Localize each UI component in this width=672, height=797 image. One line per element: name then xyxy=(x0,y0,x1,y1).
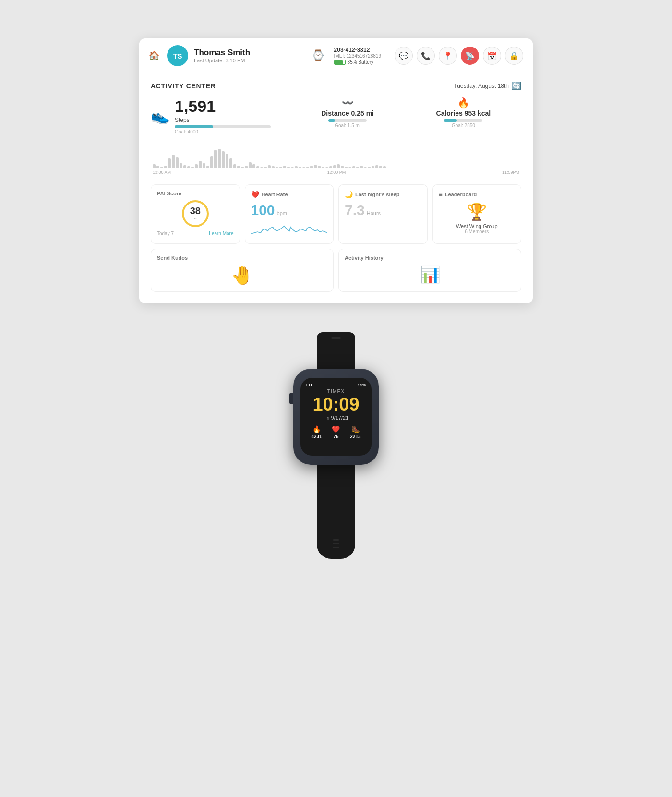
send-kudos-widget[interactable]: Send Kudos 🤚 xyxy=(151,249,334,292)
heart-rate-widget[interactable]: ❤️ Heart Rate 100 bpm xyxy=(245,184,334,244)
watch-steps: 2213 xyxy=(350,434,360,439)
hr-title: ❤️ Heart Rate xyxy=(251,191,328,198)
lb-group: West Wing Group xyxy=(439,223,516,229)
widgets-grid: PAI Score 38 ~ Today 7 Learn More ❤️ Hea… xyxy=(139,180,533,244)
chart-bar xyxy=(295,166,298,168)
watch-stat-steps: 🥾 2213 xyxy=(350,425,360,439)
calories-value: Calories 953 kcal xyxy=(406,109,521,117)
leaderboard-widget[interactable]: ≡ Leaderboard 🏆 West Wing Group 6 Member… xyxy=(432,184,522,244)
pai-title: PAI Score xyxy=(157,191,234,196)
chart-bar xyxy=(156,166,159,168)
refresh-icon[interactable]: 🔄 xyxy=(512,81,521,90)
chart-bar xyxy=(318,166,321,168)
chart-bar xyxy=(287,167,290,168)
pai-value: 38 xyxy=(190,205,201,217)
watch-stat-calories: 🔥 4231 xyxy=(311,425,322,439)
chart-bar xyxy=(245,166,248,168)
pai-footer: Today 7 Learn More xyxy=(157,231,234,236)
watch-time: 10:09 xyxy=(306,395,366,413)
steps-progress: Goal: 4000 xyxy=(175,125,271,134)
chart-bar xyxy=(372,166,374,168)
steps-label: Steps xyxy=(175,117,271,123)
hr-chart xyxy=(251,220,328,238)
chart-bar xyxy=(329,166,332,168)
device-imei: IMEI: 1234516728819 xyxy=(334,53,381,59)
chart-bar xyxy=(214,150,217,168)
watch-container: LTE 99% TIMEX 10:09 Fri 9/17/21 🔥 4231 ❤… xyxy=(286,332,386,559)
activity-history-widget[interactable]: Activity History 📊 xyxy=(338,249,521,292)
chart-bar xyxy=(218,149,221,168)
chart-bar xyxy=(325,167,328,168)
calories-metric: 🔥 Calories 953 kcal Goal: 2850 xyxy=(406,97,521,128)
chart-bar xyxy=(337,164,340,168)
activity-section: ACTIVITY CENTER Tuesday, August 18th 🔄 👟… xyxy=(139,73,533,178)
watch-outer: LTE 99% TIMEX 10:09 Fri 9/17/21 🔥 4231 ❤… xyxy=(286,332,386,559)
chart-bar xyxy=(283,166,286,168)
chart-bar xyxy=(356,167,359,168)
chart-bar xyxy=(352,166,355,168)
chart-bar xyxy=(379,166,382,168)
chart-bar xyxy=(341,166,344,168)
chart-bar xyxy=(183,165,186,168)
watch-body: LTE 99% TIMEX 10:09 Fri 9/17/21 🔥 4231 ❤… xyxy=(293,369,379,465)
chart-bar xyxy=(306,167,309,168)
boot-icon: 🥾 xyxy=(351,425,360,433)
chart-bar xyxy=(348,167,351,168)
chart-bar xyxy=(322,167,324,168)
dashboard-card: 🏠 TS Thomas Smith Last Update: 3:10 PM ⌚… xyxy=(139,38,533,303)
battery-text: 85% Battery xyxy=(348,60,373,65)
chart-bar xyxy=(195,164,198,168)
device-phone: 203-412-3312 xyxy=(334,47,381,53)
chart-bar xyxy=(291,167,294,168)
chart-bar xyxy=(279,167,282,168)
call-button[interactable]: 📞 xyxy=(417,47,435,65)
chart-bar xyxy=(164,166,167,168)
watch-lte: LTE xyxy=(306,383,313,387)
chart-bar xyxy=(383,166,386,168)
signal-button[interactable]: 📡 xyxy=(461,47,479,65)
chart-bar xyxy=(160,167,163,168)
calendar-button[interactable]: 📅 xyxy=(483,47,501,65)
watch-date: Fri 9/17/21 xyxy=(306,415,366,421)
distance-icon: 〰️ xyxy=(290,97,406,109)
home-icon[interactable]: 🏠 xyxy=(149,50,159,61)
bottom-widgets: Send Kudos 🤚 Activity History 📊 xyxy=(139,244,533,292)
lock-button[interactable]: 🔒 xyxy=(505,47,523,65)
chart-bar xyxy=(241,167,244,168)
chart-bar xyxy=(272,166,275,168)
chart-bar xyxy=(368,167,371,168)
history-chart-icon: 📊 xyxy=(345,265,515,284)
sleep-title: 🌙 Last night's sleep xyxy=(345,191,421,198)
location-button[interactable]: 📍 xyxy=(439,47,457,65)
chart-bar xyxy=(375,165,378,168)
chart-bar xyxy=(252,164,255,168)
user-info: Thomas Smith Last Update: 3:10 PM xyxy=(194,48,306,63)
chart-bar xyxy=(172,155,175,168)
message-button[interactable]: 💬 xyxy=(395,47,413,65)
lb-members: 6 Members xyxy=(439,229,516,234)
watch-heart-rate: 76 xyxy=(333,434,338,439)
pai-circle-wrap: 38 ~ Today 7 Learn More xyxy=(157,200,234,236)
fire-icon: 🔥 xyxy=(312,425,321,433)
user-name: Thomas Smith xyxy=(194,48,306,58)
sleep-widget[interactable]: 🌙 Last night's sleep 7.3 Hours xyxy=(338,184,428,244)
chart-bar xyxy=(264,167,267,168)
pai-learn-more[interactable]: Learn More xyxy=(209,231,233,236)
watch-icon: ⌚ xyxy=(312,49,324,62)
chart-bar xyxy=(268,165,271,168)
pai-score-widget[interactable]: PAI Score 38 ~ Today 7 Learn More xyxy=(151,184,240,244)
steps-goal: Goal: 4000 xyxy=(175,129,271,134)
battery-bar-icon xyxy=(334,60,346,65)
avatar: TS xyxy=(167,45,188,66)
calories-icon: 🔥 xyxy=(406,97,521,109)
chart-bar xyxy=(276,167,278,168)
chart-bar xyxy=(360,166,363,168)
activity-header: ACTIVITY CENTER Tuesday, August 18th 🔄 xyxy=(151,81,521,90)
chart-bar xyxy=(333,165,336,168)
watch-brand: TIMEX xyxy=(306,389,366,394)
lb-title: ≡ Leaderboard xyxy=(439,191,516,198)
sleep-unit: Hours xyxy=(367,210,381,216)
lb-icon-title: ≡ xyxy=(439,191,443,198)
chart-bar xyxy=(222,151,225,168)
steps-icon: 👟 xyxy=(151,107,170,125)
